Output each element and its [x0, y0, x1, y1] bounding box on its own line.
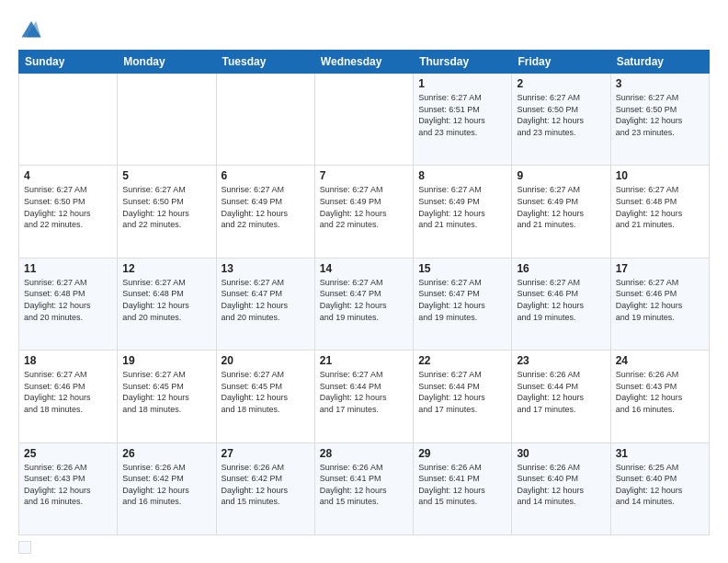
- day-number: 24: [616, 354, 704, 367]
- calendar-cell: 12Sunrise: 6:27 AMSunset: 6:48 PMDayligh…: [118, 258, 216, 350]
- calendar-week-3: 18Sunrise: 6:27 AMSunset: 6:46 PMDayligh…: [19, 350, 710, 442]
- day-info: Sunrise: 6:27 AMSunset: 6:48 PMDaylight:…: [616, 184, 704, 230]
- header-monday: Monday: [118, 51, 216, 74]
- page: Sunday Monday Tuesday Wednesday Thursday…: [0, 0, 728, 563]
- day-info: Sunrise: 6:27 AMSunset: 6:50 PMDaylight:…: [122, 184, 210, 230]
- day-info: Sunrise: 6:27 AMSunset: 6:46 PMDaylight:…: [24, 369, 112, 415]
- day-number: 22: [418, 354, 506, 367]
- calendar-cell: 5Sunrise: 6:27 AMSunset: 6:50 PMDaylight…: [118, 166, 216, 258]
- calendar-cell: [118, 74, 216, 166]
- calendar-body: 1Sunrise: 6:27 AMSunset: 6:51 PMDaylight…: [19, 74, 710, 535]
- calendar-header: Sunday Monday Tuesday Wednesday Thursday…: [19, 51, 710, 74]
- calendar-week-4: 25Sunrise: 6:26 AMSunset: 6:43 PMDayligh…: [19, 442, 710, 534]
- calendar-cell: 11Sunrise: 6:27 AMSunset: 6:48 PMDayligh…: [19, 258, 118, 350]
- day-info: Sunrise: 6:27 AMSunset: 6:44 PMDaylight:…: [418, 369, 506, 415]
- calendar-cell: 20Sunrise: 6:27 AMSunset: 6:45 PMDayligh…: [216, 350, 314, 442]
- day-number: 12: [122, 262, 210, 275]
- day-number: 10: [616, 169, 704, 182]
- calendar-table: Sunday Monday Tuesday Wednesday Thursday…: [18, 50, 710, 535]
- day-info: Sunrise: 6:27 AMSunset: 6:49 PMDaylight:…: [320, 184, 408, 230]
- day-info: Sunrise: 6:26 AMSunset: 6:42 PMDaylight:…: [122, 462, 210, 508]
- day-number: 26: [122, 447, 210, 460]
- calendar-cell: 23Sunrise: 6:26 AMSunset: 6:44 PMDayligh…: [512, 350, 610, 442]
- day-info: Sunrise: 6:26 AMSunset: 6:41 PMDaylight:…: [320, 462, 408, 508]
- day-info: Sunrise: 6:25 AMSunset: 6:40 PMDaylight:…: [616, 462, 704, 508]
- day-info: Sunrise: 6:27 AMSunset: 6:50 PMDaylight:…: [517, 92, 605, 138]
- day-info: Sunrise: 6:26 AMSunset: 6:43 PMDaylight:…: [24, 462, 112, 508]
- day-info: Sunrise: 6:27 AMSunset: 6:44 PMDaylight:…: [320, 369, 408, 415]
- day-number: 31: [616, 447, 704, 460]
- calendar-cell: 15Sunrise: 6:27 AMSunset: 6:47 PMDayligh…: [414, 258, 512, 350]
- calendar-week-0: 1Sunrise: 6:27 AMSunset: 6:51 PMDaylight…: [19, 74, 710, 166]
- calendar-cell: [19, 74, 118, 166]
- calendar-cell: 3Sunrise: 6:27 AMSunset: 6:50 PMDaylight…: [610, 74, 709, 166]
- day-info: Sunrise: 6:27 AMSunset: 6:49 PMDaylight:…: [517, 184, 605, 230]
- day-number: 28: [320, 447, 408, 460]
- calendar-cell: 14Sunrise: 6:27 AMSunset: 6:47 PMDayligh…: [314, 258, 413, 350]
- day-number: 23: [517, 354, 605, 367]
- day-number: 21: [320, 354, 408, 367]
- calendar-cell: [216, 74, 314, 166]
- day-info: Sunrise: 6:27 AMSunset: 6:49 PMDaylight:…: [418, 184, 506, 230]
- calendar-cell: 8Sunrise: 6:27 AMSunset: 6:49 PMDaylight…: [414, 166, 512, 258]
- calendar-cell: 24Sunrise: 6:26 AMSunset: 6:43 PMDayligh…: [610, 350, 709, 442]
- day-number: 27: [222, 447, 310, 460]
- day-info: Sunrise: 6:27 AMSunset: 6:50 PMDaylight:…: [24, 184, 112, 230]
- day-number: 16: [517, 262, 605, 275]
- days-of-week-row: Sunday Monday Tuesday Wednesday Thursday…: [19, 51, 710, 74]
- calendar-cell: 21Sunrise: 6:27 AMSunset: 6:44 PMDayligh…: [314, 350, 413, 442]
- day-number: 17: [616, 262, 704, 275]
- calendar-cell: 4Sunrise: 6:27 AMSunset: 6:50 PMDaylight…: [19, 166, 118, 258]
- day-number: 15: [418, 262, 506, 275]
- header-wednesday: Wednesday: [314, 51, 413, 74]
- day-info: Sunrise: 6:26 AMSunset: 6:40 PMDaylight:…: [517, 462, 605, 508]
- day-number: 9: [517, 169, 605, 182]
- day-number: 4: [24, 169, 112, 182]
- logo-icon: [18, 15, 44, 40]
- calendar-cell: 1Sunrise: 6:27 AMSunset: 6:51 PMDaylight…: [414, 74, 512, 166]
- day-number: 25: [24, 447, 112, 460]
- day-info: Sunrise: 6:27 AMSunset: 6:47 PMDaylight:…: [222, 277, 310, 323]
- logo: [18, 15, 48, 40]
- legend-box: [18, 541, 31, 554]
- day-number: 3: [616, 77, 704, 90]
- calendar-cell: 16Sunrise: 6:27 AMSunset: 6:46 PMDayligh…: [512, 258, 610, 350]
- day-number: 7: [320, 169, 408, 182]
- day-number: 29: [418, 447, 506, 460]
- calendar-cell: 9Sunrise: 6:27 AMSunset: 6:49 PMDaylight…: [512, 166, 610, 258]
- day-info: Sunrise: 6:27 AMSunset: 6:48 PMDaylight:…: [24, 277, 112, 323]
- day-info: Sunrise: 6:27 AMSunset: 6:46 PMDaylight:…: [616, 277, 704, 323]
- day-number: 30: [517, 447, 605, 460]
- day-number: 6: [222, 169, 310, 182]
- day-info: Sunrise: 6:26 AMSunset: 6:42 PMDaylight:…: [222, 462, 310, 508]
- calendar-cell: 18Sunrise: 6:27 AMSunset: 6:46 PMDayligh…: [19, 350, 118, 442]
- day-info: Sunrise: 6:26 AMSunset: 6:41 PMDaylight:…: [418, 462, 506, 508]
- day-number: 19: [122, 354, 210, 367]
- calendar-cell: 13Sunrise: 6:27 AMSunset: 6:47 PMDayligh…: [216, 258, 314, 350]
- header-sunday: Sunday: [19, 51, 118, 74]
- header: [18, 15, 710, 40]
- day-info: Sunrise: 6:27 AMSunset: 6:46 PMDaylight:…: [517, 277, 605, 323]
- day-info: Sunrise: 6:27 AMSunset: 6:50 PMDaylight:…: [616, 92, 704, 138]
- day-number: 11: [24, 262, 112, 275]
- day-info: Sunrise: 6:26 AMSunset: 6:43 PMDaylight:…: [616, 369, 704, 415]
- calendar-week-1: 4Sunrise: 6:27 AMSunset: 6:50 PMDaylight…: [19, 166, 710, 258]
- calendar-cell: 22Sunrise: 6:27 AMSunset: 6:44 PMDayligh…: [414, 350, 512, 442]
- day-number: 5: [122, 169, 210, 182]
- day-number: 1: [418, 77, 506, 90]
- header-tuesday: Tuesday: [216, 51, 314, 74]
- day-info: Sunrise: 6:27 AMSunset: 6:45 PMDaylight:…: [222, 369, 310, 415]
- calendar-cell: 25Sunrise: 6:26 AMSunset: 6:43 PMDayligh…: [19, 442, 118, 534]
- calendar-cell: 10Sunrise: 6:27 AMSunset: 6:48 PMDayligh…: [610, 166, 709, 258]
- header-friday: Friday: [512, 51, 610, 74]
- day-info: Sunrise: 6:27 AMSunset: 6:49 PMDaylight:…: [222, 184, 310, 230]
- legend: [18, 541, 710, 554]
- day-number: 18: [24, 354, 112, 367]
- calendar-cell: 26Sunrise: 6:26 AMSunset: 6:42 PMDayligh…: [118, 442, 216, 534]
- calendar-cell: 17Sunrise: 6:27 AMSunset: 6:46 PMDayligh…: [610, 258, 709, 350]
- calendar-cell: [314, 74, 413, 166]
- calendar-cell: 31Sunrise: 6:25 AMSunset: 6:40 PMDayligh…: [610, 442, 709, 534]
- day-number: 8: [418, 169, 506, 182]
- calendar-week-2: 11Sunrise: 6:27 AMSunset: 6:48 PMDayligh…: [19, 258, 710, 350]
- day-number: 20: [222, 354, 310, 367]
